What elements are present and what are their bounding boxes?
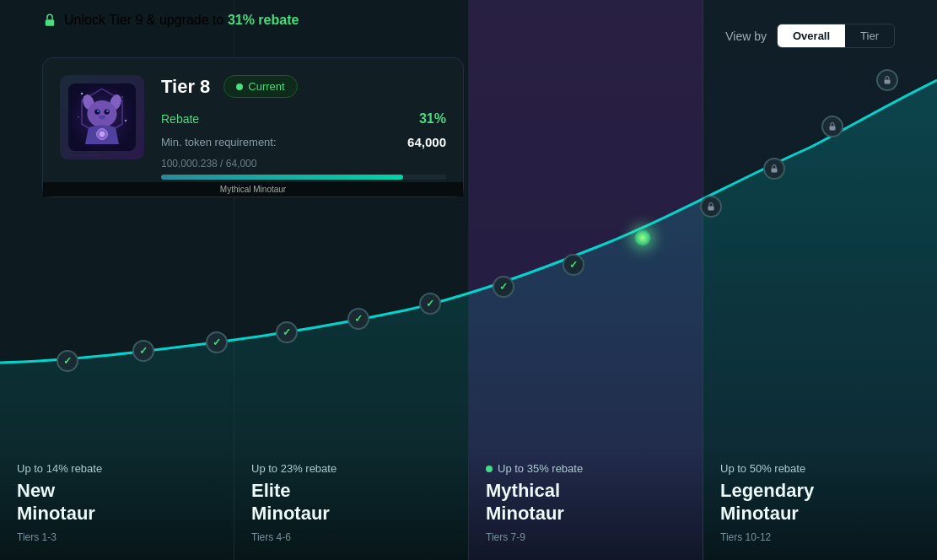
new-name: New Minotaur bbox=[17, 480, 217, 525]
min-token-label: Min. token requirement: bbox=[161, 136, 277, 148]
svg-point-17 bbox=[81, 93, 83, 94]
svg-rect-3 bbox=[830, 127, 836, 131]
tier-card: Mythical Minotaur Tier 8 Current Rebate … bbox=[42, 57, 464, 197]
svg-rect-1 bbox=[708, 207, 714, 211]
column-legendary: Up to 50% rebate Legendary Minotaur Tier… bbox=[703, 0, 937, 560]
checkpoint-2: ✓ bbox=[132, 340, 154, 362]
checkpoint-lock-1 bbox=[700, 196, 722, 218]
active-dot bbox=[486, 466, 493, 472]
checkpoint-lock-4 bbox=[876, 69, 898, 91]
badge-label: Current bbox=[248, 80, 284, 93]
tier-button[interactable]: Tier bbox=[845, 24, 894, 47]
new-tiers: Tiers 1-3 bbox=[17, 531, 217, 543]
rebate-value: 31% bbox=[419, 111, 446, 127]
checkpoint-5: ✓ bbox=[347, 308, 369, 330]
svg-point-20 bbox=[125, 120, 127, 121]
svg-point-13 bbox=[106, 110, 108, 112]
mythical-rebate: Up to 35% rebate bbox=[486, 462, 686, 475]
checkpoint-4: ✓ bbox=[276, 321, 298, 343]
legendary-rebate: Up to 50% rebate bbox=[720, 462, 920, 475]
avatar-label: Mythical Minotaur bbox=[43, 182, 463, 197]
checkpoint-circle-1: ✓ bbox=[57, 350, 78, 372]
svg-point-16 bbox=[100, 132, 105, 137]
column-new-bottom: Up to 14% rebate New Minotaur Tiers 1-3 bbox=[0, 445, 234, 560]
svg-rect-2 bbox=[772, 169, 778, 173]
overall-button[interactable]: Overall bbox=[778, 24, 845, 47]
view-by-label: View by bbox=[725, 30, 767, 43]
progress-bar-background bbox=[161, 175, 446, 180]
checkpoint-7: ✓ bbox=[493, 276, 514, 298]
checkpoint-circle-3: ✓ bbox=[206, 331, 228, 353]
lock-circle-3 bbox=[821, 116, 843, 137]
view-by-container: View by Overall Tier bbox=[725, 24, 895, 48]
svg-point-18 bbox=[121, 96, 123, 98]
checkpoint-lock-2 bbox=[763, 158, 785, 180]
view-by-buttons: Overall Tier bbox=[777, 24, 895, 48]
rebate-label: Rebate bbox=[161, 112, 199, 126]
column-mythical-bottom: Up to 35% rebate Mythical Minotaur Tiers… bbox=[469, 445, 703, 560]
checkpoint-8: ✓ bbox=[563, 254, 584, 276]
min-token-value: 64,000 bbox=[407, 135, 446, 149]
tier-avatar bbox=[60, 75, 144, 159]
legendary-tiers: Tiers 10-12 bbox=[720, 531, 920, 543]
checkpoint-1: ✓ bbox=[57, 350, 78, 372]
elite-name: Elite Minotaur bbox=[251, 480, 451, 525]
checkpoint-circle-6: ✓ bbox=[419, 293, 441, 315]
svg-rect-0 bbox=[46, 19, 55, 26]
min-token-row: Min. token requirement: 64,000 bbox=[161, 135, 446, 149]
checkpoint-3: ✓ bbox=[206, 331, 228, 353]
minotaur-image bbox=[68, 83, 136, 151]
checkpoint-circle-5: ✓ bbox=[347, 308, 369, 330]
checkpoint-lock-3 bbox=[821, 116, 843, 137]
banner-text: Unlock Tier 9 & upgrade to 31% rebate bbox=[64, 13, 299, 28]
legendary-name: Legendary Minotaur bbox=[720, 480, 920, 525]
lock-circle-2 bbox=[763, 158, 785, 180]
checkpoint-circle-2: ✓ bbox=[132, 340, 154, 362]
tier-info: Tier 8 Current Rebate 31% Min. token req… bbox=[161, 75, 446, 180]
column-legendary-bottom: Up to 50% rebate Legendary Minotaur Tier… bbox=[703, 445, 937, 560]
progress-bar-fill bbox=[161, 175, 403, 180]
elite-tiers: Tiers 4-6 bbox=[251, 531, 451, 543]
current-badge: Current bbox=[223, 75, 297, 98]
rebate-row: Rebate 31% bbox=[161, 111, 446, 127]
lock-circle-1 bbox=[700, 196, 722, 218]
badge-dot bbox=[236, 83, 243, 90]
mythical-name: Mythical Minotaur bbox=[486, 480, 686, 525]
new-rebate: Up to 14% rebate bbox=[17, 462, 217, 475]
svg-rect-4 bbox=[885, 80, 891, 84]
svg-point-19 bbox=[78, 116, 79, 118]
current-glow bbox=[634, 229, 651, 246]
column-elite-bottom: Up to 23% rebate Elite Minotaur Tiers 4-… bbox=[234, 445, 468, 560]
top-banner: Unlock Tier 9 & upgrade to 31% rebate bbox=[42, 13, 299, 28]
checkpoint-circle-8: ✓ bbox=[563, 254, 584, 276]
checkpoint-current bbox=[634, 229, 651, 246]
mythical-tiers: Tiers 7-9 bbox=[486, 531, 686, 543]
checkpoint-circle-4: ✓ bbox=[276, 321, 298, 343]
svg-point-14 bbox=[99, 116, 105, 120]
checkpoint-6: ✓ bbox=[419, 293, 441, 315]
checkpoint-circle-7: ✓ bbox=[493, 276, 514, 298]
elite-rebate: Up to 23% rebate bbox=[251, 462, 451, 475]
tier-header: Tier 8 Current bbox=[161, 75, 446, 98]
tier-title: Tier 8 bbox=[161, 76, 210, 98]
lock-icon bbox=[42, 13, 57, 28]
svg-point-12 bbox=[97, 110, 99, 112]
progress-info: 100,000.238 / 64,000 bbox=[161, 158, 446, 170]
svg-point-9 bbox=[87, 100, 116, 127]
lock-circle-4 bbox=[876, 69, 898, 91]
